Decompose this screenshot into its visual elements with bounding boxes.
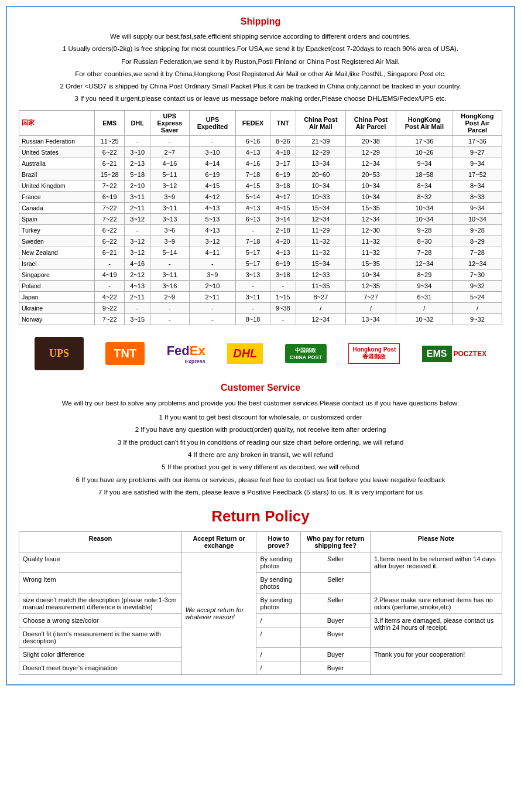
table-cell: 2~11: [125, 202, 150, 213]
table-cell: 11~32: [296, 247, 346, 258]
col-dhl: DHL: [125, 110, 150, 135]
table-cell: -: [125, 135, 150, 146]
return-policy-title: Return Policy: [19, 507, 502, 526]
table-cell: 12~34: [296, 313, 346, 325]
table-cell: 6~22: [94, 146, 124, 158]
table-cell: -: [189, 135, 235, 146]
table-cell: 21~39: [296, 135, 346, 146]
table-cell: 20~53: [346, 169, 396, 180]
table-cell: /: [453, 302, 502, 313]
table-cell: 11~32: [296, 236, 346, 247]
table-cell: Ukraine: [19, 302, 95, 313]
table-cell: 8~32: [396, 191, 453, 202]
table-cell: 18~58: [396, 169, 453, 180]
table-cell: 15~35: [346, 258, 396, 269]
table-cell: 10~34: [396, 202, 453, 213]
table-cell: 4~13: [236, 202, 270, 213]
table-row: Spain7~223~123~135~136~133~1412~3412~341…: [19, 213, 502, 224]
table-cell: Sweden: [19, 236, 95, 247]
table-cell: 15~35: [346, 202, 396, 213]
col-fedex: FEDEX: [236, 110, 270, 135]
page-wrapper: Shipping We will supply our best,fast,sa…: [6, 6, 515, 685]
return-col-who: Who pay for return shipping fee?: [301, 531, 371, 552]
table-cell: 3~10: [125, 146, 150, 158]
table-cell: 2~10: [125, 180, 150, 191]
table-cell: 6~19: [270, 169, 296, 180]
table-cell: 11~32: [346, 247, 396, 258]
return-col-note: Please Note: [370, 531, 502, 552]
customer-service-section: Customer Service We will try our best to…: [19, 383, 502, 498]
table-cell: -: [236, 224, 270, 236]
table-cell: 3~13: [150, 213, 189, 224]
table-cell: Japan: [19, 291, 95, 302]
table-cell: 20~60: [296, 169, 346, 180]
table-cell: 4~22: [94, 291, 124, 302]
table-cell: 2~11: [125, 291, 150, 302]
table-cell: 5~14: [150, 247, 189, 258]
table-cell: 9~28: [453, 224, 502, 236]
table-cell: 9~28: [396, 224, 453, 236]
cs-item: 2 If you have any question with product(…: [19, 424, 502, 435]
table-cell: 4~11: [189, 247, 235, 258]
table-cell: -: [150, 258, 189, 269]
table-cell: 4~16: [236, 158, 270, 169]
table-cell: Singapore: [19, 269, 95, 280]
col-ups-express: UPSExpressSaver: [150, 110, 189, 135]
table-cell: 3~12: [189, 236, 235, 247]
shipping-intro-line: 2 Order <USD7 is shipped by China Post O…: [19, 81, 502, 91]
shipping-intro-line: For other countries,we send it by China,…: [19, 69, 502, 79]
table-cell: 7~22: [94, 313, 124, 325]
col-ups-expedited: UPSExpedited: [189, 110, 235, 135]
table-cell: 10~34: [453, 213, 502, 224]
table-cell: 10~32: [396, 313, 453, 325]
table-cell: 15~34: [296, 202, 346, 213]
table-cell: 11~35: [296, 280, 346, 291]
table-cell: 3~18: [270, 180, 296, 191]
table-row: United States6~223~102~73~104~134~1812~2…: [19, 146, 502, 158]
col-tnt: TNT: [270, 110, 296, 135]
table-cell: 9~27: [453, 146, 502, 158]
table-cell: 8~33: [453, 191, 502, 202]
table-row: Canada7~222~113~114~134~134~1515~3415~35…: [19, 202, 502, 213]
table-row: New Zealand6~213~125~144~115~174~1311~32…: [19, 247, 502, 258]
table-cell: 6~19: [94, 191, 124, 202]
col-china-air: China PostAir Mail: [296, 110, 346, 135]
cs-item: 3 If the product can't fit you in condit…: [19, 437, 502, 448]
logos-row: UPS TNT FedEx Express DHL 中国邮政 CHINA POS…: [19, 335, 502, 373]
table-cell: 3~12: [125, 247, 150, 258]
return-how: By sending photos: [256, 552, 301, 572]
shipping-intro: We will supply our best,fast,safe,effici…: [19, 32, 502, 104]
return-reason: Quality Issue: [19, 552, 182, 572]
return-who-pays: Buyer: [301, 647, 371, 661]
table-cell: 6~31: [396, 291, 453, 302]
hkpost-logo: Hongkong Post 香港郵政: [348, 339, 400, 369]
chinapost-logo: 中国邮政 CHINA POST: [285, 339, 327, 369]
table-row: France6~193~113~94~125~144~1710~3310~348…: [19, 191, 502, 202]
table-cell: France: [19, 191, 95, 202]
return-who-pays: Seller: [301, 552, 371, 572]
table-cell: 8~29: [396, 269, 453, 280]
table-row: Norway7~223~15--8~18-12~3413~3410~329~32: [19, 313, 502, 325]
table-cell: 9~34: [396, 158, 453, 169]
table-cell: 9~34: [396, 280, 453, 291]
table-cell: 3~14: [270, 213, 296, 224]
table-cell: 2~9: [150, 291, 189, 302]
table-cell: 11~29: [296, 224, 346, 236]
table-cell: 5~18: [125, 169, 150, 180]
table-cell: Turkey: [19, 224, 95, 236]
table-cell: 6~22: [94, 224, 124, 236]
table-cell: 4~13: [125, 280, 150, 291]
table-cell: 4~17: [270, 191, 296, 202]
table-cell: 5~24: [453, 291, 502, 302]
return-who-pays: Buyer: [301, 661, 371, 674]
table-cell: 20~38: [346, 135, 396, 146]
table-cell: 13~34: [296, 158, 346, 169]
return-note: 3.If items are damaged, please contact u…: [370, 613, 502, 647]
return-how: /: [256, 613, 301, 627]
table-cell: 4~13: [270, 247, 296, 258]
table-cell: New Zealand: [19, 247, 95, 258]
table-cell: 3~11: [150, 202, 189, 213]
table-cell: Norway: [19, 313, 95, 325]
table-cell: 4~15: [189, 180, 235, 191]
table-cell: Poland: [19, 280, 95, 291]
